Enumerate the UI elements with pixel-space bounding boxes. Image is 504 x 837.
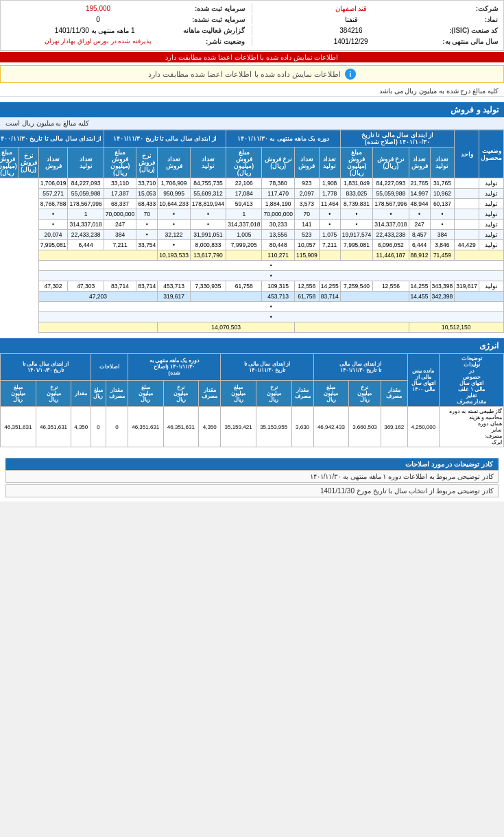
cell: 1,075: [319, 230, 340, 240]
name-label: نماد:: [443, 16, 498, 23]
cell: 88,912: [409, 250, 430, 261]
company-value: قند اصفهان: [259, 5, 443, 12]
isic-label: کد صنعت (ISIC):: [443, 27, 498, 34]
footer-note-1-text: کادر توضیحی مربوط به اطلاعات دوره ۱ ماهه…: [310, 473, 494, 480]
status-cell: تولید: [479, 281, 504, 292]
cell: 80,448: [262, 240, 295, 250]
eth-corrections: اصلاحات: [91, 354, 128, 381]
cell: 7,999,205: [226, 240, 262, 250]
cell: 319,617: [158, 292, 191, 302]
cell: 71,459: [430, 250, 455, 261]
cell: 59,413: [226, 199, 262, 209]
cell: •: [38, 209, 68, 220]
header-row-isic: کد صنعت (ISIC): 384216 گزارش فعالیت ماها…: [6, 25, 498, 35]
eth-mb4: مبلغمیلیونریال: [1, 380, 36, 407]
cell: 3,630: [291, 407, 313, 447]
cell: 1,706,909: [158, 178, 191, 189]
cell: 35,159,421: [221, 407, 256, 447]
cell: 55,059,988: [373, 189, 409, 199]
cell: [226, 250, 262, 261]
cell: •: [38, 220, 68, 230]
status-pair: وضعیت ناشر: پذیرفته شده در بورس اوراق به…: [6, 38, 245, 45]
th-period1: از ابتدای سال مالی تا تاریخ۱۴۰۱/۱۰/۳۰ (ا…: [340, 130, 455, 148]
cell: 3,660,503: [349, 407, 381, 447]
main-page: شرکت: قند اصفهان سرمایه ثبت شده: 195,000…: [0, 0, 504, 502]
cell: 523: [294, 230, 319, 240]
cell: [294, 322, 409, 333]
cell: 83,714: [319, 292, 340, 302]
cell: [38, 250, 158, 261]
cell: •: [190, 209, 226, 220]
cell: 7,211: [319, 240, 340, 250]
th-p1-td: تعدادتولید: [430, 148, 455, 178]
cell: 48,944: [409, 199, 430, 209]
energy-title: انرژی: [0, 338, 504, 353]
cell: 46,351,631: [36, 407, 71, 447]
cell: 10,193,533: [158, 250, 191, 261]
empty-cell: •: [38, 261, 503, 271]
unit-cell: [455, 209, 479, 220]
th-unit: واحد: [455, 130, 479, 178]
eth-n4: نرخمیلیونریال: [36, 380, 71, 407]
table-row: •: [0, 302, 504, 312]
status-value: پذیرفته شده در بورس اوراق بهادار تهران: [6, 38, 190, 45]
table-row: تولید 319,617 343,398 14,255 12,556 7,25…: [0, 281, 504, 292]
th-p4-mf: مبلغفروش(میلیونریال): [0, 148, 19, 178]
cell: 33,110: [104, 178, 136, 189]
cell: 557,271: [38, 189, 68, 199]
cell: 6,096,052: [373, 240, 409, 250]
cell: •: [409, 209, 430, 220]
cell: 70,000,000: [104, 209, 136, 220]
cell: 83,714: [136, 281, 158, 292]
cell: 83,714: [104, 281, 136, 292]
eth-n2: نرخمیلیونریال: [163, 380, 199, 407]
eth-mablagh: مقدارمصرف: [381, 380, 407, 407]
cell: 14,455: [409, 292, 430, 302]
cell: •: [158, 240, 191, 250]
table-row: تولید 10,962 14,997 55,059,988 833,025 1…: [0, 189, 504, 199]
section-title-text: تولید و فروش: [451, 105, 499, 115]
cell: 3,846: [430, 240, 455, 250]
th-period2: دوره یک ماهه منتهی به ۱۴۰۱/۱۱/۳۰: [226, 130, 341, 148]
status-cell: تولید: [479, 240, 504, 250]
th-p2-nf: نرخ فروش(ریال): [262, 148, 295, 178]
cell: 314,337,018: [68, 220, 104, 230]
footer-note-2-text: کادر توضیحی مربوط از انتخاب سال با تاریخ…: [320, 487, 494, 495]
cell: 1,706,019: [38, 178, 68, 189]
cell: 178,567,996: [68, 199, 104, 209]
table-row: 10,512,150 14,070,503: [0, 322, 504, 333]
cell: 7,330,935: [190, 281, 226, 292]
eth-mb2: مبلغمیلیونریال: [128, 380, 163, 407]
th-p2-mf: مبلغفروش(میلیونریال): [226, 148, 262, 178]
report-pair: گزارش فعالیت ماهانه 1 ماهه منتهی به 1401…: [6, 27, 245, 34]
eth-mb1: مبلغمیلیونریال: [221, 380, 256, 407]
table-row: •: [0, 271, 504, 281]
cell: 13,556: [262, 230, 295, 240]
info-notice: i اطلاعات نمایش داده شده با اطلاعات اعضا…: [0, 65, 504, 83]
cell: 17,387: [104, 189, 136, 199]
cell: 4,350: [199, 407, 221, 447]
th-p4-tf: تعدادفروش: [38, 148, 68, 178]
red-notice-text: اطلاعات نمایش داده شده با اطلاعات اعضا ش…: [165, 54, 338, 61]
production-sales-table-wrapper: وضعیتمحصول واحد از ابتدای سال مالی تا تا…: [0, 130, 504, 333]
energy-section: انرژی توضیحاتتولیداتدرحصوصانتهای سالمالی…: [0, 338, 504, 447]
cell: 247: [409, 220, 430, 230]
cell: •: [158, 220, 191, 230]
fiscal-pair: سال مالی منتهی به: 1401/12/29: [259, 38, 498, 45]
cell: 833,025: [340, 189, 373, 199]
cell: [340, 250, 373, 261]
report-label: گزارش فعالیت ماهانه: [183, 27, 245, 34]
currency-note-text: کلیه مبالغ درج شده به میلیون ریال می باش…: [379, 87, 499, 95]
cell: 12,556: [373, 281, 409, 292]
eth-mb3: مبلغریال: [91, 380, 106, 407]
company-label: شرکت:: [443, 5, 498, 12]
cell: 17,084: [226, 189, 262, 199]
cell: 384: [430, 230, 455, 240]
production-sales-table: وضعیتمحصول واحد از ابتدای سال مالی تا تا…: [0, 130, 504, 333]
empty-cell: •: [38, 312, 503, 322]
cell: 33,754: [136, 240, 158, 250]
status-cell: تولید: [479, 209, 504, 220]
cell: 7,211: [104, 240, 136, 250]
cell: 47,203: [38, 292, 158, 302]
cell: 46,351,631: [128, 407, 163, 447]
